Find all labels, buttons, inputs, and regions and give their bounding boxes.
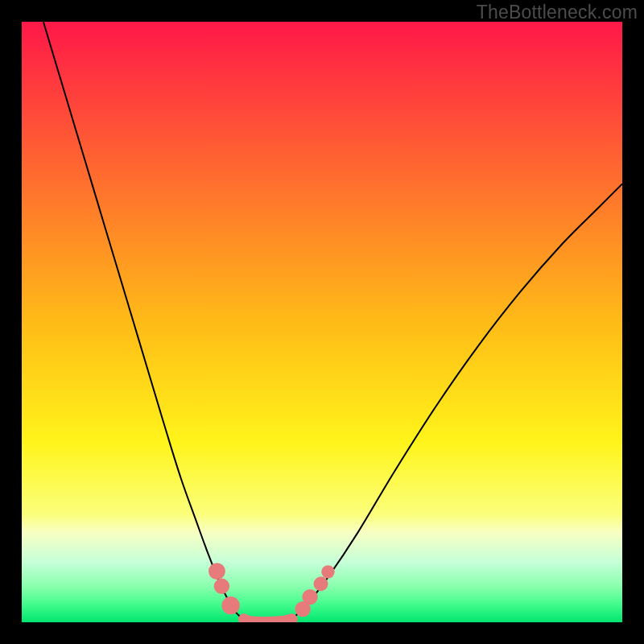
gradient-background (22, 22, 622, 622)
blob-6 (321, 565, 334, 578)
chart-svg (22, 22, 622, 622)
plot-area (22, 22, 622, 622)
blob-4 (302, 589, 317, 605)
chart-frame: TheBottleneck.com (0, 0, 644, 644)
blob-0 (208, 563, 225, 580)
watermark-text: TheBottleneck.com (477, 2, 638, 23)
blob-2 (221, 597, 239, 614)
blob-5 (314, 576, 328, 591)
blob-1 (214, 579, 229, 594)
series-valley_floor (244, 619, 292, 622)
